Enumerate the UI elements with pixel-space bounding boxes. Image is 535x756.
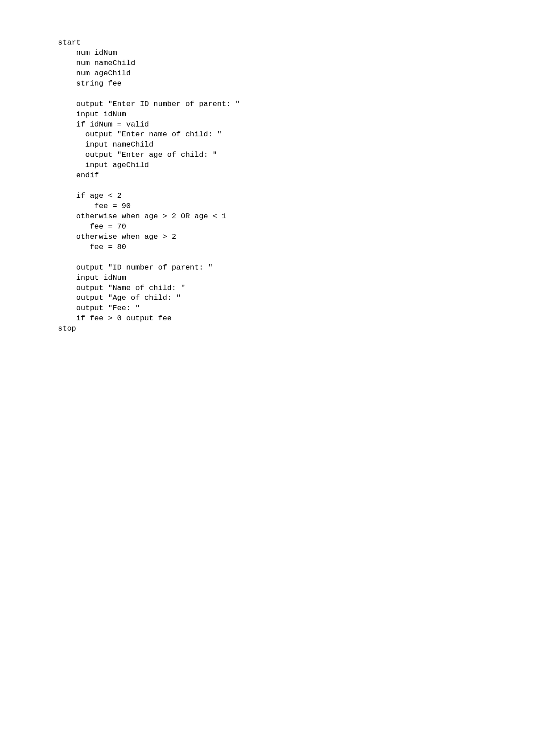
document-page: start num idNum num nameChild num ageChi… [0,0,535,756]
pseudocode-block: start num idNum num nameChild num ageChi… [58,38,535,334]
